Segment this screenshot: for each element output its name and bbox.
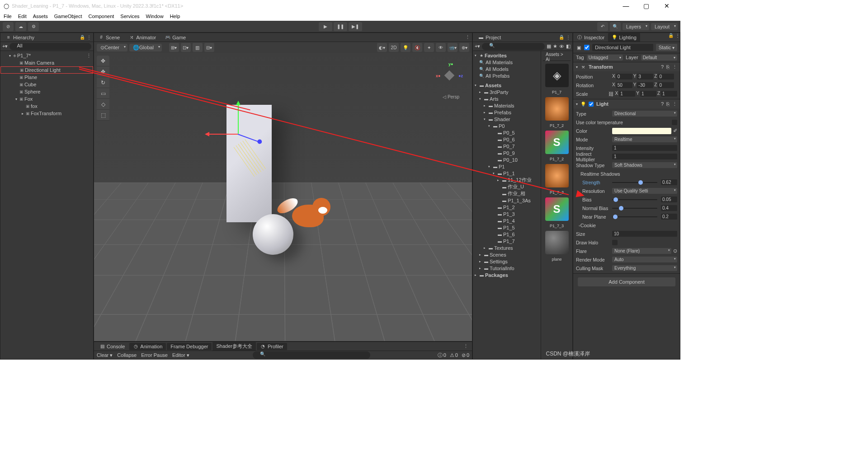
project-folder[interactable]: ▬P1_5 <box>473 224 541 231</box>
intensity-field[interactable]: 1 <box>612 145 677 151</box>
layers-dropdown[interactable]: Layers <box>623 23 649 30</box>
strength-field[interactable]: 0.62 <box>661 179 677 185</box>
hidden-icon[interactable]: 👁 <box>559 44 564 49</box>
sca-x[interactable]: 1 <box>619 91 635 97</box>
shadow-type-dropdown[interactable]: Soft Shadows <box>612 162 677 168</box>
asset-thumb[interactable]: S <box>545 197 569 221</box>
menu-assets[interactable]: Assets <box>33 14 48 19</box>
project-folder[interactable]: ▸▬11_12作业 <box>473 177 541 183</box>
rot-x[interactable]: 50 <box>616 82 632 88</box>
cloud-icon[interactable]: ☁ <box>15 22 26 31</box>
menu-component[interactable]: Component <box>88 14 114 19</box>
orientation-gizmo[interactable]: x●y●●z <box>436 62 463 89</box>
render-mode-dropdown[interactable]: Auto <box>612 257 677 262</box>
rot-z[interactable]: 0 <box>658 82 674 88</box>
near-plane-field[interactable]: 0.2 <box>661 214 677 220</box>
search-icon[interactable]: 🔍 <box>610 22 621 31</box>
undo-history-icon[interactable]: ↶ <box>597 22 608 31</box>
layout-icon[interactable]: ◧ <box>566 43 571 49</box>
menu-file[interactable]: File <box>4 14 12 19</box>
create-dropdown[interactable]: +▾ <box>475 43 480 49</box>
hierarchy-item-plane[interactable]: ▣Plane <box>0 74 93 81</box>
grid-snap-button[interactable]: ⊞▾ <box>169 43 179 52</box>
editor-dropdown[interactable]: Editor ▾ <box>172 352 189 358</box>
normal-bias-field[interactable]: 0.4 <box>661 205 677 211</box>
create-dropdown[interactable]: +▾ <box>2 43 8 49</box>
menu-window[interactable]: Window <box>146 14 164 19</box>
project-folder[interactable]: ▬P0_6 <box>473 136 541 143</box>
clear-button[interactable]: Clear ▾ <box>97 352 113 358</box>
audio-toggle[interactable]: 🔇 <box>412 43 422 52</box>
project-folder[interactable]: ▾▬P1 <box>473 163 541 170</box>
tab-shader-ref[interactable]: Shader参考大全 <box>212 342 255 351</box>
draw-mode-dropdown[interactable]: ◐▾ <box>377 43 387 52</box>
rot-y[interactable]: -30 <box>637 82 653 88</box>
resolution-dropdown[interactable]: Use Quality Setti <box>612 188 677 194</box>
project-folder[interactable]: ▬P1_2 <box>473 204 541 211</box>
light-type-dropdown[interactable]: Directional <box>612 111 677 117</box>
panel-lock-icon[interactable]: 🔒 <box>559 35 564 40</box>
tab-project[interactable]: ▬Project <box>475 34 505 41</box>
asset-thumb[interactable] <box>545 231 569 254</box>
snap-toggle-button[interactable]: ▥ <box>193 43 203 52</box>
pivot-dropdown[interactable]: ⊙Center <box>97 44 127 51</box>
component-menu-icon[interactable]: ⋮ <box>672 101 677 107</box>
scale-link-icon[interactable]: ⛓ <box>609 91 613 97</box>
color-temp-checkbox[interactable] <box>672 120 677 125</box>
object-name-field[interactable]: Directional Light <box>592 44 653 51</box>
tab-hierarchy[interactable]: ≡Hierarchy <box>2 34 38 41</box>
hierarchy-item-cube[interactable]: ▣Cube <box>0 81 93 88</box>
panel-menu-icon[interactable]: ⋮ <box>675 33 680 42</box>
collapse-button[interactable]: Collapse <box>117 352 137 358</box>
pause-button[interactable]: ❚❚ <box>334 22 347 31</box>
static-dropdown[interactable]: Static ▾ <box>656 44 677 51</box>
tab-scene[interactable]: #Scene <box>94 34 124 41</box>
asset-thumb[interactable]: ◈ <box>545 64 569 87</box>
project-folder[interactable]: ▬P1_4 <box>473 217 541 224</box>
panel-lock-icon[interactable]: 🔒 <box>80 35 85 40</box>
flare-field[interactable]: None (Flare) <box>612 248 671 254</box>
tab-frame-debugger[interactable]: Frame Debugger <box>167 343 212 350</box>
project-folder[interactable]: ▬P0_10 <box>473 156 541 163</box>
tab-profiler[interactable]: ◔Profiler <box>257 343 287 350</box>
sca-y[interactable]: 1 <box>640 91 656 97</box>
fav-all-prefabs[interactable]: 🔍All Prefabs <box>473 72 541 79</box>
panel-menu-icon[interactable]: ⋮ <box>463 34 472 40</box>
hierarchy-item-fox-child[interactable]: ▣fox <box>0 103 93 110</box>
project-folder[interactable]: ▾▬P0 <box>473 122 541 129</box>
tab-game[interactable]: 🎮Game <box>160 34 190 41</box>
project-folder[interactable]: ▬P1_7 <box>473 238 541 244</box>
tab-lighting[interactable]: 💡Lighting <box>608 33 640 42</box>
pos-y[interactable]: 3 <box>637 74 653 80</box>
hidden-toggle[interactable]: 👁 <box>436 43 446 52</box>
scene-root[interactable]: ▾◈P1_7*⋮ <box>0 52 93 59</box>
project-folder[interactable]: ▬P0_9 <box>473 150 541 156</box>
normal-bias-slider[interactable] <box>612 205 657 211</box>
breadcrumb[interactable]: Assets > Ai <box>543 53 571 61</box>
menu-help[interactable]: Help <box>170 14 180 19</box>
menu-services[interactable]: Services <box>120 14 139 19</box>
rotate-tool[interactable]: ↻ <box>97 77 109 88</box>
lighting-toggle[interactable]: 💡 <box>401 43 410 52</box>
rect-tool[interactable]: ◇ <box>97 99 109 110</box>
minimize-button[interactable]: — <box>616 0 636 12</box>
pos-x[interactable]: 0 <box>616 74 632 80</box>
hierarchy-item-main-camera[interactable]: ▣Main Camera <box>0 59 93 66</box>
layout-dropdown[interactable]: Layout <box>651 23 678 30</box>
project-folder[interactable]: ▬P1_6 <box>473 231 541 238</box>
tab-console[interactable]: ▤Console <box>96 343 128 350</box>
favorites-header[interactable]: ▾★Favorites <box>473 52 541 59</box>
pos-z[interactable]: 0 <box>658 74 674 80</box>
warn-count[interactable]: ⚠0 <box>450 352 458 359</box>
light-mode-dropdown[interactable]: Realtime <box>612 136 677 142</box>
account-icon[interactable]: ⊘ <box>3 22 14 31</box>
help-icon[interactable]: ? <box>661 101 664 107</box>
project-folder[interactable]: ▸▬3rdParty <box>473 89 541 95</box>
grid-visibility-button[interactable]: ⊟▾ <box>204 43 214 52</box>
hierarchy-item-fox[interactable]: ▾▣Fox <box>0 95 93 103</box>
step-button[interactable]: ▶❚ <box>349 22 362 31</box>
bias-field[interactable]: 0.05 <box>661 197 677 202</box>
project-folder[interactable]: ▸▬Settings <box>473 258 541 265</box>
asset-thumb[interactable]: S <box>545 131 569 154</box>
culling-mask-dropdown[interactable]: Everything <box>612 265 677 271</box>
